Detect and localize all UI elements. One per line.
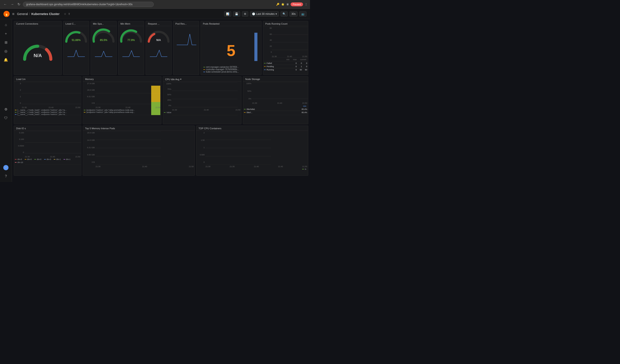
panel-min-mem: Min Mem 77.9% [118, 21, 144, 75]
panel-body-top-cpu: 2 1.50 1 0.500 0 [196, 131, 308, 175]
pods-running-x-labels: 21:30 21:40 21:50 [272, 55, 307, 58]
pods-running-chart-svg [272, 27, 308, 58]
panel-pods-running-count: Pods Running Count 80 60 40 20 0 [263, 21, 308, 75]
time-range-label: Last 30 minutes [256, 13, 275, 15]
panel-body-top5-memory: 18.6 GiB 14.0 GiB 9.31 GiB 4.66 GiB 0 B [83, 131, 195, 175]
add-panel-button[interactable]: 📊 [224, 11, 231, 16]
legend-dot-2 [203, 69, 205, 70]
pods-running-chart-area: 80 60 40 20 0 [264, 27, 307, 58]
legend-name-failed: Failed [267, 62, 292, 64]
back-button[interactable]: ← [3, 2, 8, 7]
sidebar-item-home[interactable]: ⌂ [1, 21, 10, 29]
legend-name-running: Running [267, 69, 292, 71]
save-button[interactable]: 💾 [233, 11, 240, 16]
top5-memory-svg [95, 132, 161, 164]
top-cpu-legend: in [197, 168, 307, 170]
panel-header-pod-res: Pod Res... [173, 21, 199, 26]
sidebar-item-add[interactable]: ＋ [1, 30, 10, 38]
panel-cpu-idle: CPU Idle Avg ▾ 100% 75% 50% 25% 0% [163, 76, 242, 124]
panel-top-cpu: TOP CPU Containers 2 1.50 1 0.500 0 [196, 126, 308, 176]
legend-dot-load-2 [15, 112, 16, 113]
node-storage-x-labels: 21:30 21:40 21:50 [252, 102, 307, 104]
panel-header-load-1m: Load 1m [14, 76, 81, 82]
sidebar-item-explore[interactable]: ◎ [1, 47, 10, 55]
sidebar-item-alerting[interactable]: 🔔 [1, 56, 10, 64]
memory-chart: 27.9 GiB 18.6 GiB 9.31 GiB 0 B [84, 82, 160, 109]
svg-rect-16 [151, 102, 160, 115]
sidebar-item-dashboards[interactable]: ⊞ [1, 38, 10, 46]
pods-restarted-legend: cert-manager-cainjector-597859... contro… [202, 66, 260, 73]
sparkline-request [150, 46, 167, 59]
panel-body-least-c: 51.88% [63, 26, 89, 75]
main-content: Current Connections N/A [12, 19, 310, 182]
legend-dot-load-3 [15, 114, 16, 115]
gauge-min-mem: 77.9% [119, 28, 143, 45]
disk-io-y-labels: 0.150 0.100 0.0500 0 [15, 132, 24, 153]
monitor-icon: 🖥 [286, 3, 289, 6]
panel-body-pods-running: 80 60 40 20 0 [263, 26, 308, 75]
pods-restarted-spark [253, 30, 259, 63]
memory-x-labels: 21:30 21:40 21:50 [95, 106, 160, 109]
panel-header-min-spa: Min Spa... [91, 21, 116, 26]
app-header: 🔥 ⊞ General / Kubernetes Cluster ☆ ⇧ 📊 💾… [0, 9, 310, 19]
panel-header-current-connections: Current Connections [14, 21, 62, 26]
gauge-current-connections: N/A [18, 35, 57, 66]
panel-header-cpu-idle: CPU Idle Avg ▾ [163, 76, 241, 82]
node-storage-y-labels: 100% 50% 0% [244, 82, 252, 100]
load1m-y-labels: 3 2 1 0 [15, 82, 21, 104]
sidebar-item-settings[interactable]: ⚙ [1, 105, 10, 113]
panel-min-spa: Min Spa... 85.5% [91, 21, 117, 75]
refresh-button[interactable]: ↻ [16, 2, 21, 7]
paused-button[interactable]: Paused [291, 2, 303, 6]
sidebar-item-help[interactable]: ? [1, 172, 10, 180]
panel-pod-res: Pod Res... [173, 21, 199, 75]
legend-label-2: controller-manager-767b59966b... [206, 68, 239, 71]
legend-item-cpu-in: in [302, 168, 306, 170]
zoom-out-button[interactable]: 🔍 [280, 11, 288, 16]
star-icon[interactable]: ☆ [64, 13, 66, 15]
refresh-interval-button[interactable]: 30s [290, 11, 297, 16]
panel-request: Request ... N/A [145, 21, 172, 75]
legend-dot-1 [203, 67, 205, 67]
panel-body-request: N/A [146, 26, 171, 75]
forward-button[interactable]: → [10, 2, 15, 7]
legend-item-2: controller-manager-767b59966b... [203, 68, 259, 71]
cpu-idle-x-labels: 21:30 21:40 21:50 [172, 109, 240, 111]
general-link[interactable]: General [17, 12, 28, 16]
address-bar[interactable]: grafana-dashboard.ops.gorafay.net/d/os6B… [23, 2, 154, 7]
panel-body-pods-restarted: 5 cert-manager-cainjector-597859... cont… [201, 26, 261, 75]
breadcrumb-sep: / [29, 12, 30, 16]
panel-header-min-mem: Min Mem [118, 21, 144, 26]
gauge-request: N/A [147, 28, 170, 45]
sidebar-item-shield[interactable]: 🛡 [1, 114, 10, 122]
legend-color-failed [264, 63, 266, 63]
top-cpu-svg [205, 132, 271, 164]
disk-io-x-labels: 21:30 21:40 21:50 [25, 156, 80, 158]
load1m-x-labels: 21:30 21:40 21:50 [22, 106, 80, 109]
load1m-svg [22, 82, 81, 115]
top-cpu-x-labels: 21:30 21:35 21:40 21:45 21:55 [205, 165, 307, 168]
dashboard-name: Kubernetes Cluster [31, 12, 60, 16]
time-range-button[interactable]: 🕐 Last 30 minutes ▾ [250, 11, 279, 16]
legend-item-3: kube-scheduler-prod-demo-infra... [203, 71, 259, 73]
menu-icon[interactable]: ⋮ [305, 3, 307, 6]
panel-body-memory: 27.9 GiB 18.6 GiB 9.31 GiB 0 B [83, 82, 161, 124]
panel-least-c: Least C... 51.88% [63, 21, 89, 75]
legend-dm10: dm-10 [15, 161, 23, 163]
settings-button[interactable]: ⚙ [242, 11, 248, 16]
storage-color-sda1 [244, 109, 246, 109]
panel-header-memory: Memory [83, 76, 161, 82]
top5-memory-y-labels: 18.6 GiB 14.0 GiB 9.31 GiB 4.66 GiB 0 B [84, 132, 95, 163]
disk-io-svg [25, 132, 81, 164]
cpu-idle-y-labels: 100% 75% 50% 25% 0% [164, 83, 172, 107]
sidebar: ⌂ ＋ ⊞ ◎ 🔔 ⚙ 🛡 H ? [0, 19, 12, 182]
top5-memory-chart: 18.6 GiB 14.0 GiB 9.31 GiB 4.66 GiB 0 B [84, 132, 194, 168]
chevron-down-icon[interactable]: ▾ [180, 78, 182, 81]
sparkline-min-spa [95, 46, 112, 59]
share-icon[interactable]: ⇧ [68, 13, 70, 15]
legend-name-pending: Pending [267, 65, 292, 68]
sidebar-item-user[interactable]: H [1, 164, 10, 172]
panel-pods-restarted: Pods Restarted 5 cert-manager-cainjector… [201, 21, 262, 75]
tv-mode-button[interactable]: 📺 [299, 11, 307, 16]
breadcrumb: General / Kubernetes Cluster [17, 12, 60, 16]
